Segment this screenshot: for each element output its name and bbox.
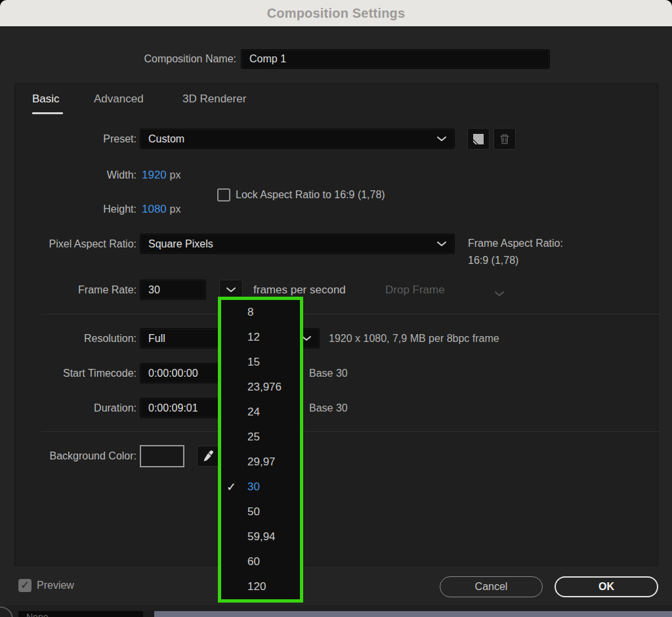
tab-3d-renderer[interactable]: 3D Renderer bbox=[182, 93, 246, 106]
cancel-button[interactable]: Cancel bbox=[440, 576, 543, 597]
background-app-strip: None bbox=[0, 605, 672, 617]
chevron-down-icon bbox=[226, 287, 236, 293]
background-color-label: Background Color: bbox=[15, 450, 136, 463]
new-preset-button[interactable] bbox=[467, 128, 490, 150]
pixel-aspect-ratio-label: Pixel Aspect Ratio: bbox=[15, 238, 136, 251]
checkmark-icon: ✓ bbox=[226, 475, 236, 500]
composition-name-label: Composition Name: bbox=[66, 53, 236, 66]
background-selected-row bbox=[154, 611, 672, 617]
start-timecode-base: Base 30 bbox=[309, 367, 348, 380]
menu-item-50[interactable]: 50 bbox=[221, 500, 300, 524]
preset-value: Custom bbox=[148, 133, 184, 145]
delete-preset-button[interactable] bbox=[494, 128, 516, 150]
eyedropper-button[interactable] bbox=[197, 446, 219, 467]
dialog-titlebar: Composition Settings bbox=[0, 0, 672, 26]
preview-label: Preview bbox=[37, 579, 74, 592]
duration-base: Base 30 bbox=[309, 402, 348, 415]
width-label: Width: bbox=[15, 169, 136, 182]
preset-dropdown[interactable]: Custom bbox=[140, 129, 455, 149]
frame-rate-menu: 8 12 15 23,976 24 25 29,97 ✓ 30 50 59,94… bbox=[218, 297, 303, 603]
frames-per-second-label: frames per second bbox=[253, 284, 346, 297]
menu-item-8[interactable]: 8 bbox=[221, 300, 300, 325]
resolution-info: 1920 x 1080, 7,9 MB per 8bpc frame bbox=[329, 332, 499, 345]
preview-checkbox[interactable]: ✓ bbox=[18, 579, 32, 592]
height-unit: px bbox=[170, 203, 181, 215]
section-separator bbox=[41, 314, 661, 314]
menu-item-15[interactable]: 15 bbox=[221, 350, 300, 375]
lock-aspect-label: Lock Aspect Ratio to 16:9 (1,78) bbox=[236, 188, 385, 202]
background-color-swatch[interactable] bbox=[140, 445, 184, 467]
menu-item-23976[interactable]: 23,976 bbox=[221, 375, 300, 400]
frame-aspect-ratio-value: 16:9 (1,78) bbox=[468, 252, 563, 269]
chevron-down-icon bbox=[437, 137, 446, 142]
settings-panel: Basic Advanced 3D Renderer Preset: Custo… bbox=[14, 83, 658, 566]
menu-item-25[interactable]: 25 bbox=[221, 425, 300, 450]
pixel-aspect-ratio-dropdown[interactable]: Square Pixels bbox=[140, 234, 455, 254]
active-tab-underline bbox=[32, 112, 63, 114]
frame-aspect-ratio-label: Frame Aspect Ratio: bbox=[468, 235, 563, 252]
frame-rate-label: Frame Rate: bbox=[15, 284, 136, 297]
background-circle-icon bbox=[0, 606, 13, 617]
trash-icon bbox=[498, 133, 511, 146]
tab-advanced[interactable]: Advanced bbox=[94, 93, 144, 106]
preset-label: Preset: bbox=[15, 133, 136, 146]
height-label: Height: bbox=[15, 203, 136, 216]
menu-item-label: 30 bbox=[247, 480, 260, 493]
ok-button[interactable]: OK bbox=[555, 576, 658, 597]
chevron-down-icon bbox=[302, 336, 311, 341]
menu-item-30-selected[interactable]: ✓ 30 bbox=[221, 475, 300, 500]
width-unit: px bbox=[170, 169, 181, 181]
menu-item-12[interactable]: 12 bbox=[221, 325, 300, 350]
duration-label: Duration: bbox=[15, 402, 136, 415]
lock-aspect-checkbox[interactable] bbox=[217, 188, 230, 202]
chevron-down-icon bbox=[495, 287, 504, 299]
drop-frame-dropdown: Drop Frame bbox=[385, 284, 445, 297]
frame-rate-input[interactable]: 30 bbox=[140, 280, 206, 300]
start-timecode-label: Start Timecode: bbox=[15, 367, 136, 380]
new-preset-icon bbox=[471, 132, 486, 146]
background-none-label: None bbox=[18, 611, 143, 617]
menu-item-60[interactable]: 60 bbox=[221, 549, 300, 574]
width-value[interactable]: 1920 bbox=[142, 169, 167, 181]
composition-settings-dialog: Composition Name: Comp 1 Basic Advanced … bbox=[0, 26, 672, 605]
menu-item-2997[interactable]: 29,97 bbox=[221, 450, 300, 475]
height-value[interactable]: 1080 bbox=[142, 203, 167, 215]
background-divider bbox=[143, 611, 154, 617]
tab-basic[interactable]: Basic bbox=[32, 93, 60, 106]
pixel-aspect-ratio-value: Square Pixels bbox=[148, 238, 213, 250]
composition-name-input[interactable]: Comp 1 bbox=[241, 49, 550, 69]
dialog-title: Composition Settings bbox=[267, 6, 406, 21]
menu-item-120[interactable]: 120 bbox=[221, 574, 300, 599]
menu-item-5994[interactable]: 59,94 bbox=[221, 524, 300, 549]
eyedropper-icon bbox=[201, 450, 215, 463]
section-separator bbox=[41, 431, 661, 432]
menu-item-24[interactable]: 24 bbox=[221, 400, 300, 425]
resolution-label: Resolution: bbox=[15, 332, 136, 345]
chevron-down-icon bbox=[437, 242, 446, 247]
resolution-value: Full bbox=[148, 333, 165, 345]
